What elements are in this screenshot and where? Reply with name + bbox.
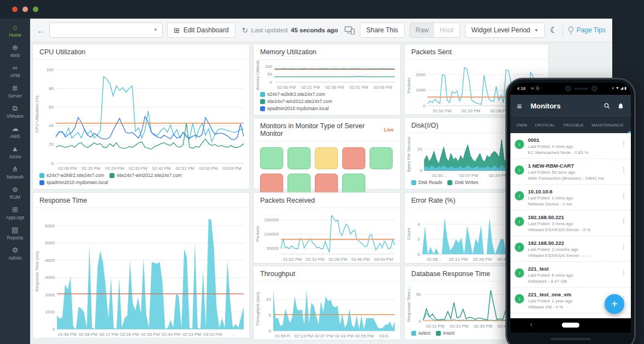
card-title: Packets Received <box>254 193 400 208</box>
legend-item: insert <box>436 330 455 336</box>
azure-icon: ▲ <box>12 145 19 153</box>
svg-text:02:12 PM: 02:12 PM <box>449 257 468 262</box>
svg-text:02:27 PM: 02:27 PM <box>314 334 334 339</box>
svg-text:01:59 P..: 01:59 P.. <box>275 334 292 339</box>
svg-text:02:35 PM: 02:35 PM <box>474 324 493 329</box>
raw-hour-toggle[interactable]: Raw Hour <box>410 22 460 38</box>
more-menu-icon[interactable]: ⋮ <box>621 270 626 284</box>
svg-text:02:21 PM: 02:21 PM <box>301 85 320 90</box>
sidebar-item-admin[interactable]: ⚙Admin <box>0 244 30 264</box>
android-back-icon[interactable]: ‹ <box>530 320 532 328</box>
monitor-list-item[interactable]: ↑192.168.50.221Last Polled 3 mins agoVMw… <box>510 210 631 236</box>
svg-text:01:58 ..: 01:58 .. <box>427 257 442 262</box>
sidebar-item-server[interactable]: ≣Server <box>0 82 30 102</box>
more-menu-icon[interactable]: ⋮ <box>621 244 626 259</box>
monitor-list-item[interactable]: ↑10.10.10.6Last Polled 2 mins agoNetwork… <box>510 185 631 210</box>
search-icon[interactable] <box>603 102 611 110</box>
phone-page-title: Monitors <box>531 102 597 110</box>
add-monitor-fab[interactable]: + <box>605 294 624 314</box>
android-home-pill[interactable] <box>562 323 579 328</box>
legend-swatch <box>411 180 416 185</box>
refresh-icon[interactable]: ↻ <box>242 26 248 35</box>
svg-text:Count: Count <box>406 228 411 240</box>
status-icons: ◐ ▼ ◢ ▮ <box>612 86 626 90</box>
dashboard-select[interactable]: ▼ <box>49 22 163 38</box>
response-time-chart: 010002000300040005000600001:59 PM02:08 P… <box>34 209 247 337</box>
monitor-status-cell-up[interactable] <box>260 147 283 169</box>
card-title: Throughput <box>254 266 400 282</box>
vmware-icon: ⧉ <box>13 105 18 112</box>
phone-tab-maintenance[interactable]: MAINTENANCE <box>588 117 628 133</box>
raw-option[interactable]: Raw <box>410 23 434 37</box>
sidebar-item-azure[interactable]: ▲Azure <box>0 142 30 163</box>
dark-mode-moon-icon[interactable]: ☾ <box>550 25 557 35</box>
monitor-status-cell-up[interactable] <box>288 147 311 169</box>
more-menu-icon[interactable]: ⋮ <box>621 167 626 181</box>
card-title-text: Database Response Time <box>411 270 490 278</box>
more-menu-icon[interactable]: ⋮ <box>621 218 626 233</box>
share-this-button[interactable]: Share This <box>360 22 405 38</box>
widget-level-period-select[interactable]: Widget Level Period ▼ <box>465 22 545 38</box>
monitor-list-item[interactable]: ↑9hu772w99g.execute-api.us-east-1....⋮ <box>510 313 631 318</box>
svg-text:02:53 PM: 02:53 PM <box>182 332 202 337</box>
window-control-dot[interactable] <box>12 7 18 12</box>
phone-tab-trouble[interactable]: TROUBLE <box>559 117 588 133</box>
card-title: Monitors in Monitor Type of Server Monit… <box>254 118 400 141</box>
sidebar-item-applogs[interactable]: ⊞AppLogs <box>0 203 30 223</box>
phone-tab-own[interactable]: OWN <box>513 117 531 133</box>
more-menu-icon[interactable]: ⋮ <box>621 141 626 156</box>
monitor-status-cell-trouble[interactable] <box>315 147 338 169</box>
card-title: Packets Sent <box>405 44 548 60</box>
sidebar-item-aws[interactable]: ☁AWS <box>0 122 30 142</box>
sidebar-item-apm[interactable]: ∞APM <box>0 61 30 82</box>
monitor-status-cell-up[interactable] <box>370 147 393 169</box>
more-menu-icon[interactable]: ⋮ <box>621 192 626 207</box>
svg-text:CPU Utilization (%): CPU Utilization (%) <box>34 95 39 133</box>
sidebar-item-web[interactable]: ⊕Web <box>0 41 30 61</box>
legend-swatch <box>411 331 416 336</box>
monitor-text: 1 NEW-RBM-CARTLast Polled 59 secs agoWeb… <box>528 162 617 181</box>
svg-text:02:41 PM: 02:41 PM <box>335 334 354 339</box>
svg-text:02:17 PM: 02:17 PM <box>100 332 119 337</box>
sidebar-item-label: RUM <box>10 194 20 200</box>
monitor-info: Datastore - 0.47 GB <box>528 278 617 284</box>
back-arrow-icon[interactable]: ← <box>37 26 45 35</box>
sidebar-item-network[interactable]: ⋔Network <box>0 163 30 183</box>
phone-tab-critical[interactable]: CRITICAL <box>531 117 559 133</box>
svg-text:100000: 100000 <box>264 232 279 237</box>
monitor-list-item[interactable]: ↑0001Last Polled 4 mins agoEC Memcached … <box>510 133 631 159</box>
monitor-text: 192.168.50.221Last Polled 3 mins agoVMwa… <box>528 214 617 233</box>
sidebar-item-rum[interactable]: ⊚RUM <box>0 183 30 203</box>
hamburger-menu-icon[interactable]: ≡ <box>517 101 522 111</box>
svg-text:02:36 PM: 02:36 PM <box>325 85 344 90</box>
sidebar-item-vmware[interactable]: ⧉VMware <box>0 102 30 122</box>
svg-text:20: 20 <box>49 142 54 147</box>
sidebar-item-home[interactable]: ⌂Home <box>0 21 30 41</box>
svg-text:02:26 PM: 02:26 PM <box>473 257 492 262</box>
sidebar-item-reports[interactable]: ▤Reports <box>0 223 30 244</box>
svg-text:3000: 3000 <box>45 275 55 280</box>
window-control-dot[interactable] <box>33 7 38 12</box>
legend-item: Disk Writes <box>447 180 478 185</box>
monitor-list-item[interactable]: ↑192.168.50.222Last Polled 2 months agoV… <box>510 236 631 262</box>
page-tips-link[interactable]: Page Tips <box>568 26 606 35</box>
devices-icon[interactable] <box>344 26 355 35</box>
monitor-list-item[interactable]: ↑221_testLast Polled 6 mins agoDatastore… <box>510 262 631 288</box>
svg-text:5000: 5000 <box>45 240 55 245</box>
monitor-list-item[interactable]: ↑1 NEW-RBM-CARTLast Polled 59 secs agoWe… <box>510 159 631 185</box>
svg-text:02:06 PM: 02:06 PM <box>58 166 77 171</box>
monitor-status-cell-down[interactable] <box>342 147 365 169</box>
phone-tab-up[interactable]: UP <box>628 117 631 133</box>
edit-dashboard-button[interactable]: ⊞ Edit Dashboard <box>167 22 235 38</box>
bell-icon[interactable] <box>617 102 624 110</box>
monitor-info: VMware VM - 0 % <box>528 304 617 310</box>
legend-label: select <box>418 330 430 336</box>
svg-text:0: 0 <box>419 319 422 324</box>
status-up-icon: ↑ <box>515 165 524 175</box>
svg-text:02:51 PM: 02:51 PM <box>349 85 369 90</box>
phone-monitor-list: ↑0001Last Polled 4 mins agoEC Memcached … <box>510 133 631 318</box>
window-control-dot[interactable] <box>22 7 28 12</box>
monitor-name: 192.168.50.221 <box>528 214 617 221</box>
hour-option[interactable]: Hour <box>434 23 459 37</box>
legend-label: s24x7-w2k8r2.site24x7.com <box>267 91 325 97</box>
